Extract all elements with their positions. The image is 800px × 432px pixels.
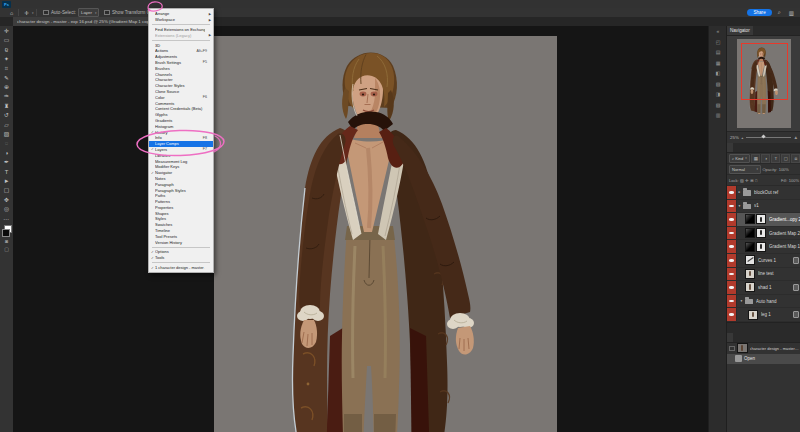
layer-name[interactable]: Gradient...opy 2 [769, 217, 800, 222]
layer-name[interactable]: leg 1 [761, 312, 791, 317]
window-menu-item[interactable]: Notes [149, 176, 213, 182]
visibility-eye-icon[interactable] [727, 254, 737, 267]
lock-option-icon[interactable]: ✛ [745, 178, 748, 183]
quick-selection-tool[interactable]: ✦ [0, 54, 13, 63]
visibility-eye-icon[interactable] [727, 240, 737, 253]
lock-option-icon[interactable]: ▨ [740, 178, 744, 183]
leg 1[interactable]: leg 1 [727, 308, 800, 322]
layers-panel-tab[interactable] [739, 143, 745, 152]
layer-name[interactable]: shad 1 [758, 285, 791, 290]
home-icon[interactable]: ⌂ [10, 10, 13, 16]
auto-select-checkbox[interactable] [43, 10, 49, 16]
layer-thumbnail[interactable] [745, 269, 755, 279]
collapsed-panel-icon[interactable]: ▧ [716, 102, 721, 109]
layer-name[interactable]: Curves 1 [758, 258, 791, 263]
visibility-eye-icon[interactable] [727, 268, 737, 281]
window-menu-item[interactable]: Timeline [149, 228, 213, 234]
lock-option-icon[interactable]: ⬯ [755, 178, 758, 183]
hand-tool[interactable]: ✥ [0, 195, 13, 204]
layer-name[interactable]: line test [758, 271, 800, 276]
collapsed-panel-icon[interactable]: ▤ [716, 49, 721, 56]
move-tool[interactable]: ✛ [0, 26, 13, 35]
gradient-tool[interactable]: ▨ [0, 129, 13, 138]
window-menu-item[interactable]: Version History [149, 239, 213, 245]
eyedropper-tool[interactable]: ✎ [0, 73, 13, 82]
layer-name[interactable]: v1 [754, 203, 800, 208]
layer-name[interactable]: Gradient Map 2 [769, 231, 800, 236]
layer-thumbnail[interactable] [745, 214, 755, 224]
window-menu-item[interactable]: Styles [149, 216, 213, 222]
navigator-thumbnail[interactable] [737, 39, 791, 128]
blockOut ref[interactable]: ▸ blockOut ref [727, 186, 800, 200]
visibility-eye-icon[interactable] [727, 213, 737, 226]
v1[interactable]: ▾ v1 [727, 200, 800, 214]
fill-value[interactable]: 100% [789, 178, 799, 183]
layer-thumbnail[interactable] [745, 228, 755, 238]
expand-panels-icon[interactable]: « [717, 28, 720, 35]
pen-tool[interactable]: ✒ [0, 157, 13, 166]
collapsed-panel-icon[interactable]: ▥ [716, 112, 721, 119]
window-menu-item[interactable]: Clone Source [149, 89, 213, 95]
window-menu-item[interactable]: Content Credentials (Beta) [149, 106, 213, 112]
document-tab[interactable]: character design - master - exp 16.psd @… [13, 17, 165, 26]
window-menu-item[interactable]: Modifier Keys [149, 164, 213, 170]
layer-thumbnail[interactable] [745, 299, 753, 305]
window-menu-item[interactable]: Comments [149, 100, 213, 106]
expand-arrow-icon[interactable]: ▾ [737, 204, 742, 208]
visibility-eye-icon[interactable] [727, 281, 737, 294]
expand-arrow-icon[interactable]: ▾ [739, 299, 744, 303]
edit-toolbar-button[interactable]: ⋯ [0, 214, 13, 223]
auto-select-dropdown[interactable]: Layer ▾ [78, 8, 100, 17]
zoom-in-icon[interactable]: ▲ [793, 135, 798, 140]
opacity-value[interactable]: 100% [779, 167, 789, 172]
window-menu-item[interactable]: Histogram [149, 123, 213, 129]
layer-mask-thumbnail[interactable] [756, 228, 766, 238]
screen-mode-icon[interactable]: ▢ [0, 245, 13, 253]
layer-thumbnail[interactable] [743, 204, 751, 210]
window-menu-item[interactable] [152, 24, 210, 25]
brush-tool[interactable]: ✑ [0, 92, 13, 101]
lasso-tool[interactable]: ϱ [0, 45, 13, 54]
window-menu-item[interactable]: Swatches [149, 222, 213, 228]
tab-navigator[interactable]: Navigator [727, 26, 753, 35]
zoom-slider[interactable] [746, 137, 792, 138]
path-selection-tool[interactable]: ► [0, 176, 13, 185]
workspace-switcher-icon[interactable]: ▥ [789, 10, 794, 16]
color-swatches[interactable] [0, 225, 13, 237]
blur-tool[interactable]: ◌ [0, 139, 13, 148]
history-panel-tab[interactable] [733, 333, 739, 342]
zoom-out-icon[interactable]: ▲ [741, 136, 744, 140]
filter-type-icon[interactable]: ▦ [751, 154, 760, 163]
clone-stamp-tool[interactable]: ♜ [0, 101, 13, 110]
window-menu-item[interactable]: Character [149, 77, 213, 83]
window-menu-item[interactable]: Paragraph [149, 181, 213, 187]
search-icon[interactable]: ⌕ [778, 9, 781, 16]
collapsed-panel-icon[interactable]: ▦ [716, 60, 721, 67]
history-state-row[interactable]: Open [727, 354, 800, 364]
lock-option-icon[interactable]: ⊞ [750, 178, 753, 183]
window-menu-item[interactable]: 3D [149, 42, 213, 48]
window-menu-item[interactable]: Glyphs [149, 112, 213, 118]
move-tool-icon[interactable]: ✛ [24, 10, 29, 16]
foreground-color-swatch[interactable] [2, 229, 10, 237]
shad 1[interactable]: shad 1 [727, 281, 800, 295]
share-button[interactable]: Share [747, 9, 771, 16]
window-menu-item[interactable]: Character Styles [149, 83, 213, 89]
layer-thumbnail[interactable] [745, 242, 755, 252]
quick-mask-icon[interactable]: ◙ [0, 237, 13, 245]
window-menu-item[interactable]: Workspace ▶ [149, 17, 213, 23]
collapsed-panel-icon[interactable]: ◧ [716, 70, 721, 77]
Curves 1[interactable]: Curves 1 [727, 254, 800, 268]
window-menu-item[interactable]: Shapes [149, 210, 213, 216]
layer-thumbnail[interactable] [745, 282, 755, 292]
collapsed-panel-icon[interactable]: ◰ [716, 39, 721, 46]
window-menu-item[interactable]: ✓ History [149, 129, 213, 135]
filter-type-icon[interactable]: ◑ [761, 154, 770, 163]
artboard[interactable] [214, 36, 557, 432]
window-menu-item[interactable]: ✓ 1 character design - master - exp 16.p… [149, 265, 213, 271]
window-menu-item[interactable]: Paths [149, 193, 213, 199]
canvas-pasteboard[interactable] [13, 26, 708, 432]
visibility-eye-icon[interactable] [727, 295, 737, 308]
visibility-eye-icon[interactable] [727, 200, 737, 213]
window-menu-item[interactable]: Gradients [149, 118, 213, 124]
